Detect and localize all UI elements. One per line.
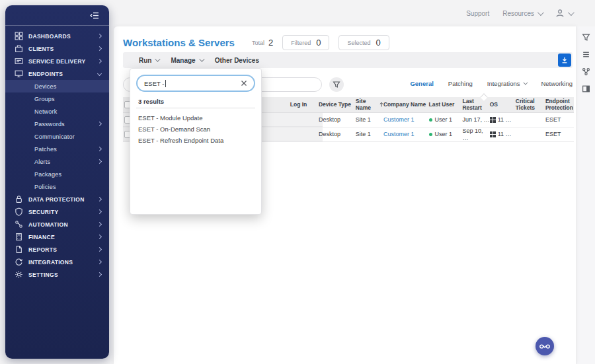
sidebar-item-automation[interactable]: AUTOMATION	[5, 218, 109, 231]
col-header-device-type[interactable]: Device Type	[319, 102, 356, 108]
sidebar-item-dashboards[interactable]: DASHBOARDS	[5, 30, 109, 42]
other-devices-button[interactable]: Other Devices	[215, 57, 259, 64]
endpoint-protection-cell: ESET	[545, 131, 574, 137]
company-link[interactable]: Customer 1	[383, 131, 415, 137]
sidebar-item-label: REPORTS	[28, 246, 98, 253]
sidebar-subitem-label: Patches	[34, 146, 98, 153]
device-type-cell: Desktop	[319, 116, 356, 123]
chevron-right-icon	[97, 147, 102, 151]
run-menu-button[interactable]: Run	[139, 57, 159, 64]
sidebar-item-label: AUTOMATION	[28, 221, 98, 228]
sidebar-item-policies[interactable]: Policies	[5, 180, 109, 193]
chevron-right-icon	[97, 272, 102, 277]
text-cursor	[165, 80, 166, 87]
download-icon	[561, 56, 569, 64]
col-header-os[interactable]: OS	[490, 102, 516, 108]
sidebar-item-label: SECURITY	[28, 209, 98, 215]
filter-icon[interactable]	[580, 32, 592, 43]
sidebar-item-data-protection[interactable]: DATA PROTECTION	[5, 193, 109, 205]
filtered-value: 0	[316, 38, 321, 48]
sidebar-collapse-icon[interactable]	[90, 11, 100, 20]
support-link[interactable]: Support	[466, 10, 489, 17]
col-header-log-in[interactable]: Log In	[266, 102, 307, 108]
sidebar-item-groups[interactable]: Groups	[5, 92, 109, 105]
tab-integrations[interactable]: Integrations	[487, 80, 527, 87]
right-tool-strip	[576, 26, 595, 364]
tab-label: General	[410, 80, 433, 87]
close-icon	[241, 80, 247, 87]
component-search-field[interactable]: ESET -	[136, 75, 255, 92]
chevron-right-icon	[97, 34, 102, 38]
chevron-right-icon	[97, 209, 102, 214]
sidebar-item-settings[interactable]: SETTINGS	[5, 268, 109, 281]
calculator-icon	[15, 233, 23, 241]
chevron-down-icon	[537, 9, 544, 16]
col-header-company-name[interactable]: Company Name	[383, 102, 429, 108]
resources-label: Resources	[502, 10, 534, 17]
manage-label: Manage	[171, 57, 195, 64]
column-filter-button[interactable]	[329, 77, 344, 92]
user-menu[interactable]	[555, 9, 573, 18]
gear-icon	[15, 270, 23, 279]
col-header-last-user[interactable]: Last User	[429, 102, 463, 108]
sidebar-item-network[interactable]: Network	[5, 105, 109, 118]
shield-icon	[15, 207, 23, 216]
sidebar-item-service-delivery[interactable]: SERVICE DELIVERY	[5, 55, 109, 67]
download-button[interactable]	[558, 54, 571, 67]
col-header-last-restart[interactable]: Last Restart	[462, 98, 489, 112]
sidebar-item-clients[interactable]: CLIENTS	[5, 42, 109, 55]
chevron-right-icon	[97, 260, 102, 264]
user-online-dot	[429, 118, 432, 122]
clear-search-button[interactable]	[241, 80, 247, 87]
col-header-label: Log In	[290, 102, 307, 108]
sidebar-item-endpoints[interactable]: ENDPOINTS	[5, 67, 109, 80]
sidebar-item-reports[interactable]: REPORTS	[5, 243, 109, 256]
sidebar-item-finance[interactable]: FINANCE	[5, 231, 109, 243]
sidebar-item-security[interactable]: SECURITY	[5, 205, 109, 218]
col-header-label: OS	[490, 102, 498, 108]
grouping-icon[interactable]	[580, 66, 592, 77]
col-header-endpoint-protection[interactable]: Endpoint Protection	[545, 98, 574, 112]
selected-count-button[interactable]: Selected 0	[338, 35, 389, 50]
chevron-down-icon	[155, 56, 161, 61]
sidebar: DASHBOARDS CLIENTS SERVICE DELIVERY ENDP…	[5, 5, 109, 359]
sidebar-item-label: DASHBOARDS	[28, 33, 98, 40]
service-delivery-icon	[15, 57, 23, 65]
sidebar-item-packages[interactable]: Packages	[5, 168, 109, 180]
chevron-right-icon	[97, 122, 102, 126]
sidebar-item-devices[interactable]: Devices	[5, 80, 109, 92]
columns-list-icon[interactable]	[580, 49, 592, 60]
sidebar-item-label: ENDPOINTS	[28, 71, 98, 77]
manage-menu-button[interactable]: Manage	[171, 57, 202, 64]
sidebar-item-patches[interactable]: Patches	[5, 143, 109, 155]
tab-general[interactable]: General	[410, 80, 433, 87]
last-user-cell: User 1	[435, 131, 453, 137]
resources-menu[interactable]: Resources	[502, 10, 542, 17]
filter-icon	[333, 81, 340, 89]
result-item[interactable]: ESET - Module Update	[138, 112, 256, 124]
tab-label: Patching	[448, 80, 473, 87]
document-icon	[15, 245, 23, 254]
detail-panel-icon[interactable]	[580, 83, 592, 94]
sidebar-item-communicator[interactable]: Communicator	[5, 130, 109, 143]
sidebar-item-passwords[interactable]: Passwords	[5, 118, 109, 130]
sidebar-subitem-label: Packages	[34, 171, 101, 178]
sidebar-item-label: INTEGRATIONS	[28, 259, 98, 266]
sidebar-item-label: FINANCE	[28, 234, 98, 240]
sidebar-item-alerts[interactable]: Alerts	[5, 155, 109, 168]
filtered-count-button[interactable]: Filtered 0	[282, 35, 329, 50]
col-header-label: Company Name	[383, 102, 426, 108]
tab-patching[interactable]: Patching	[448, 80, 473, 87]
result-item[interactable]: ESET - Refresh Endpoint Data	[138, 135, 256, 146]
col-header-site-name[interactable]: Site Name	[356, 98, 383, 112]
sidebar-item-integrations[interactable]: INTEGRATIONS	[5, 256, 109, 268]
chevron-down-icon	[524, 81, 528, 85]
col-header-critical-tickets[interactable]: Critical Tickets	[516, 98, 545, 112]
assistant-button[interactable]	[536, 337, 554, 355]
company-link[interactable]: Customer 1	[383, 116, 415, 123]
result-item[interactable]: ESET - On-Demand Scan	[138, 124, 256, 135]
tab-networking[interactable]: Networking	[541, 80, 573, 87]
chevron-right-icon	[97, 222, 102, 227]
chevron-right-icon	[97, 46, 102, 51]
user-online-dot	[429, 133, 432, 136]
